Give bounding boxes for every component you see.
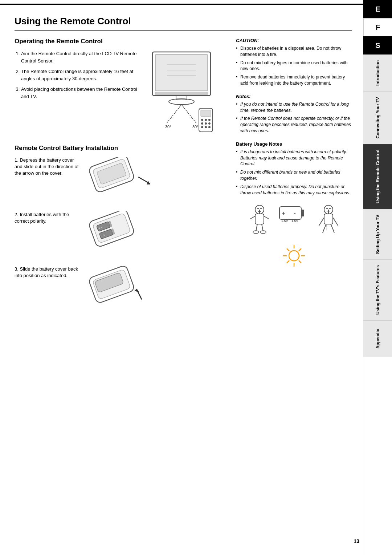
svg-point-18 — [205, 122, 207, 125]
sidebar-nav-connecting[interactable]: Connecting Your TV — [363, 91, 392, 144]
robot-2-icon — [314, 203, 343, 239]
sidebar: E F S Introduction Connecting Your TV Us… — [363, 0, 392, 555]
svg-line-68 — [299, 248, 301, 251]
caution-item-1: Dispose of batteries in a disposal area.… — [236, 45, 352, 58]
svg-point-17 — [201, 122, 203, 125]
svg-point-58 — [329, 208, 331, 209]
battery-step-2-img: + - - + — [87, 211, 156, 255]
svg-point-19 — [208, 122, 211, 125]
notes-box: Notes: If you do not intend to use the R… — [236, 94, 352, 134]
battery-step-3: 3. Slide the battery cover back into pos… — [15, 266, 225, 309]
svg-rect-59 — [324, 214, 333, 224]
battery-usage-item-2: Do not mix different brands or new and o… — [236, 169, 352, 182]
notes-item-1: If you do not intend to use the Remote C… — [236, 101, 352, 114]
notes-list: If you do not intend to use the Remote C… — [236, 101, 352, 134]
caution-list: Dispose of batteries in a disposal area.… — [236, 45, 352, 86]
battery-section: Remote Control Battery Installation 1. D… — [15, 145, 225, 309]
svg-text:1.5V: 1.5V — [281, 219, 288, 223]
battery-usage-box: Battery Usage Notes It is dangerous to i… — [236, 141, 352, 196]
sidebar-nav-introduction[interactable]: Introduction — [363, 54, 392, 91]
battery-step-1: 1. Depress the battery cover and slide o… — [15, 157, 225, 200]
svg-point-14 — [201, 119, 203, 121]
svg-line-47 — [262, 224, 263, 231]
battery-step-3-img — [87, 266, 156, 309]
svg-line-45 — [264, 216, 269, 219]
battery-icon: + - 1.5V 1.5V — [278, 203, 310, 225]
svg-line-9 — [181, 105, 196, 123]
svg-line-69 — [287, 260, 289, 263]
svg-point-16 — [208, 119, 211, 121]
battery-usage-item-1: It is dangerous to install batteries wit… — [236, 149, 352, 167]
battery-usage-list: It is dangerous to install batteries wit… — [236, 149, 352, 196]
sidebar-nav: Introduction Connecting Your TV Using th… — [363, 54, 392, 555]
page-number: 13 — [354, 538, 359, 544]
svg-marker-38 — [134, 289, 139, 292]
svg-text:+: + — [282, 210, 285, 216]
robot-1-icon — [245, 203, 274, 239]
main-content: Using the Remote Control Operating the R… — [0, 4, 363, 555]
svg-point-41 — [260, 208, 262, 209]
svg-point-21 — [205, 126, 207, 128]
svg-line-67 — [299, 260, 301, 263]
sun-icon — [281, 243, 307, 268]
caution-title: CAUTION: — [236, 38, 352, 43]
svg-rect-51 — [301, 210, 304, 216]
battery-step-3-text: Slide the battery cover back into positi… — [15, 266, 78, 278]
svg-text:30°: 30° — [192, 125, 199, 129]
caution-item-2: Do not mix battery types or combine used… — [236, 60, 352, 72]
svg-rect-13 — [201, 110, 211, 117]
sidebar-tab-s[interactable]: S — [363, 36, 392, 54]
operating-step-1: Aim the Remote Control directly at the L… — [21, 50, 138, 64]
svg-text:-: - — [294, 210, 296, 216]
svg-rect-42 — [255, 214, 264, 224]
svg-point-20 — [201, 126, 203, 128]
notes-item-2: If the Remote Control does not operate c… — [236, 116, 352, 134]
svg-line-66 — [287, 248, 289, 251]
battery-step-2-text: Install batteries with the correct polar… — [15, 212, 69, 224]
robot-illustrations: + - 1.5V 1.5V — [236, 203, 352, 268]
tv-remote-illustration: 30° 30° — [145, 50, 225, 130]
battery-step-3-label: 3. — [15, 266, 20, 272]
caution-item-3: Remove dead batteries immediately to pre… — [236, 74, 352, 86]
svg-line-8 — [167, 105, 181, 123]
svg-line-44 — [250, 216, 255, 219]
battery-step-1-text: Depress the battery cover and slide out … — [15, 157, 78, 176]
sidebar-nav-appendix[interactable]: Appendix — [363, 320, 392, 357]
sidebar-tab-f[interactable]: F — [363, 18, 392, 36]
left-column: Operating the Remote Control Aim the Rem… — [15, 38, 225, 320]
right-column: CAUTION: Dispose of batteries in a dispo… — [236, 38, 352, 320]
svg-text:1.5V: 1.5V — [291, 219, 298, 223]
sidebar-top-tabs: E F S — [363, 0, 392, 54]
svg-point-57 — [326, 208, 328, 209]
battery-step-2-label: 2. — [15, 212, 20, 217]
svg-rect-4 — [155, 92, 208, 95]
sidebar-nav-remote[interactable]: Using the Remote Control — [363, 144, 392, 209]
battery-section-title: Remote Control Battery Installation — [15, 145, 225, 152]
battery-step-1-img — [87, 157, 156, 200]
svg-text:30°: 30° — [165, 125, 171, 129]
page-title: Using the Remote Control — [15, 16, 352, 31]
operating-step-3: Avoid placing obstructions between the R… — [21, 86, 138, 100]
operating-section-title: Operating the Remote Control — [15, 38, 225, 45]
battery-step-1-label: 1. — [15, 157, 20, 163]
svg-point-22 — [208, 126, 211, 128]
caution-box: CAUTION: Dispose of batteries in a dispo… — [236, 38, 352, 86]
battery-usage-title: Battery Usage Notes — [236, 141, 352, 147]
sidebar-tab-e[interactable]: E — [363, 0, 392, 18]
battery-step-2: 2. Install batteries with the correct po… — [15, 211, 225, 255]
svg-rect-1 — [155, 54, 208, 91]
sidebar-nav-features[interactable]: Using the TV's Features — [363, 259, 392, 320]
operating-section: Operating the Remote Control Aim the Rem… — [15, 38, 225, 130]
sidebar-nav-settingup[interactable]: Setting Up Your TV — [363, 209, 392, 259]
svg-point-40 — [257, 208, 259, 209]
battery-usage-item-3: Dispose of used batteries properly. Do n… — [236, 184, 352, 196]
svg-line-46 — [256, 224, 257, 231]
svg-point-61 — [289, 251, 299, 261]
operating-step-2: The Remote Control range is approximatel… — [21, 68, 138, 82]
svg-point-15 — [205, 119, 207, 121]
notes-title: Notes: — [236, 94, 352, 99]
